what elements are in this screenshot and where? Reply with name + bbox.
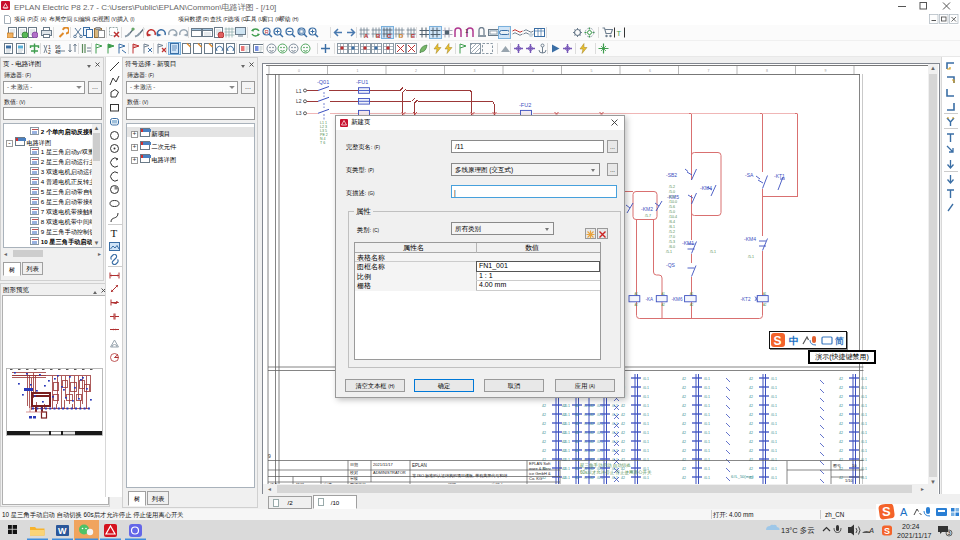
svg-text:42: 42 xyxy=(590,440,594,444)
svg-text:42: 42 xyxy=(562,467,566,471)
svg-text:/0.1: /0.1 xyxy=(704,449,710,453)
svg-text:/0.1: /0.1 xyxy=(643,449,649,453)
svg-text:日期: 日期 xyxy=(350,462,358,467)
svg-text:1: 1 xyxy=(357,69,359,73)
svg-text:42: 42 xyxy=(682,404,686,408)
svg-text:D: D xyxy=(399,33,404,39)
svg-text:42: 42 xyxy=(575,467,579,471)
svg-text:-KM1: -KM1 xyxy=(682,240,694,246)
svg-text:-KA: -KA xyxy=(646,297,655,302)
svg-text:A2: A2 xyxy=(690,303,694,307)
svg-text:42: 42 xyxy=(590,422,594,426)
svg-text:42: 42 xyxy=(590,431,594,435)
svg-text:/0.1: /0.1 xyxy=(771,476,777,480)
svg-text:-KT1: -KT1 xyxy=(774,173,785,179)
svg-text:42: 42 xyxy=(575,440,579,444)
svg-text:2: 2 xyxy=(415,69,417,73)
svg-text:42: 42 xyxy=(575,422,579,426)
svg-text:42: 42 xyxy=(621,449,625,453)
svg-text:42: 42 xyxy=(562,476,566,480)
svg-text:42: 42 xyxy=(749,458,753,462)
svg-text:-KM2: -KM2 xyxy=(641,206,653,212)
svg-text:42: 42 xyxy=(621,458,625,462)
svg-text:图号: 图号 xyxy=(833,463,841,468)
svg-text:/0.1: /0.1 xyxy=(643,422,649,426)
svg-text:42: 42 xyxy=(682,440,686,444)
svg-text:R: R xyxy=(265,29,269,35)
svg-text:/0.1: /0.1 xyxy=(771,449,777,453)
svg-text:/5.7: /5.7 xyxy=(645,214,651,218)
svg-text:20:24: 20:24 xyxy=(902,523,920,530)
svg-text:3: 3 xyxy=(948,530,951,536)
svg-text:/0.1: /0.1 xyxy=(704,431,710,435)
svg-text:42: 42 xyxy=(575,449,579,453)
svg-text:42: 42 xyxy=(682,422,686,426)
svg-text:42: 42 xyxy=(590,449,594,453)
svg-text:60s后才允许停止 停止使用离心开关: 60s后才允许停止 停止使用离心开关 xyxy=(580,469,652,476)
svg-text:42: 42 xyxy=(542,431,546,435)
svg-text:/0.1: /0.1 xyxy=(771,467,777,471)
svg-text:42: 42 xyxy=(749,395,753,399)
svg-text:/0.1: /0.1 xyxy=(643,458,649,462)
svg-text:42: 42 xyxy=(562,404,566,408)
svg-text:2: 2 xyxy=(48,49,51,55)
svg-text:6: 6 xyxy=(649,69,651,73)
svg-text:/0.1: /0.1 xyxy=(643,413,649,417)
svg-text:/0.1: /0.1 xyxy=(643,386,649,390)
svg-text:13°C 多云: 13°C 多云 xyxy=(781,526,815,535)
svg-text:42: 42 xyxy=(839,386,843,390)
svg-text:/0.1: /0.1 xyxy=(704,413,710,417)
svg-text:42: 42 xyxy=(839,395,843,399)
svg-text:/5.3: /5.3 xyxy=(669,240,675,244)
svg-text:42: 42 xyxy=(590,458,594,462)
svg-text:/6.0: /6.0 xyxy=(669,245,675,249)
svg-text:42: 42 xyxy=(749,386,753,390)
svg-text:简: 简 xyxy=(834,336,844,346)
svg-text:9: 9 xyxy=(825,69,827,73)
svg-text:42: 42 xyxy=(562,449,566,453)
svg-text:A: A xyxy=(900,506,908,518)
svg-text:42: 42 xyxy=(839,476,843,480)
svg-text:/6.4: /6.4 xyxy=(669,220,675,224)
svg-text:T 6: T 6 xyxy=(320,141,325,145)
svg-text:42: 42 xyxy=(542,476,546,480)
svg-text:S: S xyxy=(774,334,782,348)
svg-text:/0.1: /0.1 xyxy=(861,458,867,462)
svg-text:/0.1: /0.1 xyxy=(643,404,649,408)
svg-text:S: S xyxy=(884,526,890,536)
svg-text:-KM4: -KM4 xyxy=(744,236,756,242)
svg-text:/6.1: /6.1 xyxy=(669,225,675,229)
svg-text:-FU2: -FU2 xyxy=(519,102,531,108)
svg-text:2021/11/17: 2021/11/17 xyxy=(897,532,932,539)
svg-text:-KT2: -KT2 xyxy=(741,297,751,302)
svg-text:42: 42 xyxy=(749,377,753,381)
svg-text:-Q01: -Q01 xyxy=(317,79,329,85)
svg-text:42: 42 xyxy=(621,431,625,435)
svg-text:42: 42 xyxy=(542,449,546,453)
svg-text:42: 42 xyxy=(575,476,579,480)
svg-text:-KM6: -KM6 xyxy=(672,297,683,302)
svg-text:中: 中 xyxy=(789,335,799,346)
svg-text:1/10: 1/10 xyxy=(845,478,854,483)
svg-text:42: 42 xyxy=(749,467,753,471)
svg-text:/5.3: /5.3 xyxy=(669,195,675,199)
svg-text:/0.1: /0.1 xyxy=(704,467,710,471)
svg-text:B: B xyxy=(376,33,381,39)
svg-text:0: 0 xyxy=(298,69,300,73)
svg-text:/0.1: /0.1 xyxy=(704,377,710,381)
svg-text:/0.1: /0.1 xyxy=(861,431,867,435)
svg-text:42: 42 xyxy=(839,449,843,453)
svg-text:/0.1: /0.1 xyxy=(704,386,710,390)
svg-text:/0.1: /0.1 xyxy=(704,476,710,480)
svg-text:42: 42 xyxy=(682,413,686,417)
svg-text:/0.1: /0.1 xyxy=(771,404,777,408)
svg-text:42: 42 xyxy=(542,440,546,444)
svg-text:/5.1: /5.1 xyxy=(666,250,672,254)
svg-text:/0.1: /0.1 xyxy=(643,395,649,399)
svg-text:L1: L1 xyxy=(296,88,302,94)
svg-text:42: 42 xyxy=(839,458,843,462)
svg-text:-QS: -QS xyxy=(666,262,676,268)
svg-text:42: 42 xyxy=(575,458,579,462)
svg-text:A: A xyxy=(364,33,369,39)
svg-text:4: 4 xyxy=(532,69,534,73)
